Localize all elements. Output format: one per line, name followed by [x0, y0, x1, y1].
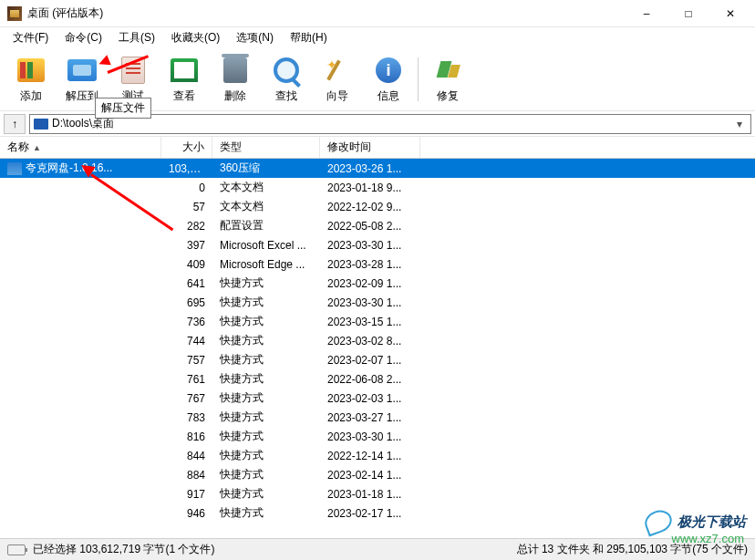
table-row[interactable]: 767快捷方式2023-02-03 1...	[0, 389, 755, 408]
cell-type: 快捷方式	[212, 333, 320, 348]
status-left: 已经选择 103,612,719 字节(1 个文件)	[33, 542, 517, 557]
column-date[interactable]: 修改时间	[320, 137, 420, 158]
table-row[interactable]: 282配置设置2022-05-08 2...	[0, 216, 755, 235]
toolbar-find[interactable]: 查找	[261, 52, 312, 107]
toolbar-repair[interactable]: 修复	[422, 52, 473, 107]
menu-options[interactable]: 选项(N)	[229, 28, 281, 47]
toolbar-view[interactable]: 查看	[159, 52, 210, 107]
cell-date: 2023-02-09 1...	[320, 277, 420, 290]
watermark: 极光下载站 www.xz7.com	[645, 511, 746, 533]
list-header: 名称▲ 大小 类型 修改时间	[0, 137, 755, 159]
up-button[interactable]: ↑	[4, 114, 26, 134]
cell-date: 2022-06-08 2...	[320, 373, 420, 386]
cell-size: 917	[161, 488, 212, 501]
folder-icon	[7, 162, 22, 175]
cell-size: 57	[161, 201, 212, 213]
cell-date: 2022-12-14 1...	[320, 450, 420, 462]
cell-date: 2023-01-18 1...	[320, 488, 420, 501]
column-type[interactable]: 类型	[212, 137, 320, 158]
titlebar: 桌面 (评估版本) – □ ✕	[0, 0, 755, 27]
table-row[interactable]: 736快捷方式2023-03-15 1...	[0, 312, 755, 331]
cell-date: 2023-03-15 1...	[320, 316, 420, 328]
table-row[interactable]: 844快捷方式2022-12-14 1...	[0, 446, 755, 465]
table-row[interactable]: 744快捷方式2023-03-02 8...	[0, 331, 755, 350]
find-icon	[270, 54, 303, 87]
path-dropdown[interactable]: ▾	[732, 118, 747, 130]
cell-type: 快捷方式	[212, 275, 320, 291]
menu-favorites[interactable]: 收藏夹(O)	[164, 28, 227, 47]
toolbar-view-label: 查看	[173, 88, 195, 104]
table-row[interactable]: 641快捷方式2023-02-09 1...	[0, 274, 755, 293]
table-row[interactable]: 783快捷方式2023-03-27 1...	[0, 408, 755, 427]
up-arrow-icon: ↑	[12, 118, 17, 130]
add-icon	[15, 54, 47, 87]
cell-size: 844	[161, 450, 212, 462]
toolbar-info[interactable]: i 信息	[363, 52, 414, 107]
cell-name-text: 夸克网盘-1.0.16...	[26, 161, 112, 176]
cell-type: 快捷方式	[212, 390, 320, 406]
table-row[interactable]: 695快捷方式2023-03-30 1...	[0, 293, 755, 312]
table-row[interactable]: 884快捷方式2023-02-14 1...	[0, 465, 755, 484]
toolbar-delete-label: 删除	[224, 88, 246, 104]
window-title: 桌面 (评估版本)	[27, 5, 626, 21]
table-row[interactable]: 996快捷方式2023-01-06 1...	[0, 523, 755, 524]
column-size[interactable]: 大小	[161, 137, 212, 158]
cell-type: 文本文档	[212, 199, 320, 214]
table-row[interactable]: 917快捷方式2023-01-18 1...	[0, 484, 755, 503]
cell-date: 2023-03-30 1...	[320, 430, 420, 443]
cell-date: 2023-02-14 1...	[320, 469, 420, 482]
table-row[interactable]: 409Microsoft Edge ...2023-03-28 1...	[0, 254, 755, 274]
table-row[interactable]: 397Microsoft Excel ...2023-03-30 1...	[0, 235, 755, 254]
extract-tooltip: 解压文件	[95, 98, 151, 119]
table-row[interactable]: 57文本文档2022-12-02 9...	[0, 197, 755, 216]
delete-icon	[219, 54, 252, 87]
table-row[interactable]: 夸克网盘-1.0.16...103,612,7...360压缩2023-03-2…	[0, 159, 755, 178]
cell-date: 2023-03-26 1...	[320, 162, 420, 175]
menu-help[interactable]: 帮助(H)	[283, 28, 335, 47]
table-row[interactable]: 761快捷方式2022-06-08 2...	[0, 369, 755, 389]
cell-type: 快捷方式	[212, 505, 320, 521]
cell-type: 快捷方式	[212, 410, 320, 425]
cell-type: 配置设置	[212, 218, 320, 233]
cell-date: 2023-02-07 1...	[320, 354, 420, 367]
drive-icon	[34, 119, 48, 130]
menu-file[interactable]: 文件(F)	[5, 28, 56, 47]
cell-type: 快捷方式	[212, 371, 320, 387]
cell-size: 767	[161, 392, 212, 405]
table-row[interactable]: 757快捷方式2023-02-07 1...	[0, 350, 755, 369]
toolbar-wizard[interactable]: 向导	[312, 52, 363, 107]
cell-size: 103,612,7...	[161, 162, 212, 175]
cell-type: Microsoft Excel ...	[212, 239, 320, 252]
menu-command[interactable]: 命令(C)	[57, 28, 109, 47]
cell-size: 641	[161, 277, 212, 290]
cell-size: 409	[161, 258, 212, 271]
cell-date: 2023-01-18 9...	[320, 181, 420, 194]
toolbar-delete[interactable]: 删除	[210, 52, 261, 107]
toolbar-add[interactable]: 添加	[5, 52, 57, 107]
maximize-button[interactable]: □	[667, 0, 709, 27]
table-row[interactable]: 816快捷方式2023-03-30 1...	[0, 427, 755, 446]
wizard-icon	[321, 54, 354, 87]
close-button[interactable]: ✕	[709, 0, 751, 27]
minimize-button[interactable]: –	[626, 0, 667, 27]
cell-date: 2022-05-08 2...	[320, 220, 420, 233]
sort-arrow-icon: ▲	[33, 143, 41, 152]
extract-icon	[66, 54, 98, 87]
info-icon: i	[372, 54, 405, 87]
cell-date: 2023-03-27 1...	[320, 411, 420, 424]
menu-tools[interactable]: 工具(S)	[111, 28, 162, 47]
toolbar-info-label: 信息	[378, 88, 399, 104]
table-row[interactable]: 946快捷方式2023-02-17 1...	[0, 503, 755, 523]
cell-size: 0	[161, 181, 212, 194]
cell-type: Microsoft Edge ...	[212, 258, 320, 271]
cell-date: 2022-12-02 9...	[320, 201, 420, 213]
file-list[interactable]: 夸克网盘-1.0.16...103,612,7...360压缩2023-03-2…	[0, 159, 755, 524]
watermark-logo-icon	[642, 507, 675, 537]
cell-date: 2023-02-03 1...	[320, 392, 420, 405]
battery-icon	[7, 544, 26, 555]
cell-type: 快捷方式	[212, 429, 320, 444]
cell-type: 快捷方式	[212, 314, 320, 329]
column-name[interactable]: 名称▲	[0, 137, 161, 158]
cell-size: 761	[161, 373, 212, 386]
statusbar: 已经选择 103,612,719 字节(1 个文件) 总计 13 文件夹 和 2…	[0, 538, 755, 560]
